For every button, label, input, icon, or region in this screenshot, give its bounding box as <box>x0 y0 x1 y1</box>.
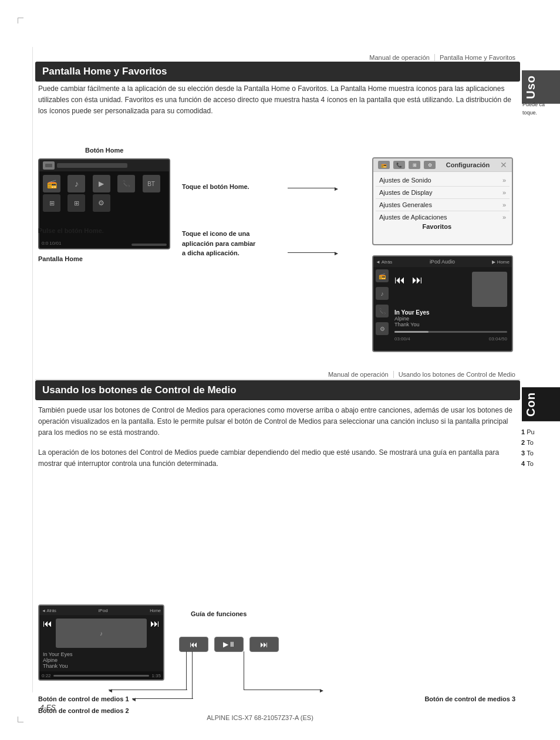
breadcrumb2-item-2: Usando los botones de Control de Medio <box>393 371 520 378</box>
arrow-right-2: ► <box>333 250 339 256</box>
ipod-small-info: In Your Eyes Alpine Thank You <box>39 651 163 669</box>
con-numbered-list: 1 Pu 2 To 3 To 4 To <box>521 428 555 471</box>
line-btn1-down <box>186 651 187 690</box>
breadcrumb-bar-2: Manual de operación Usando los botones d… <box>35 371 520 380</box>
ipod-side-phone: 📞 <box>376 305 389 317</box>
con-item-1: 1 Pu <box>521 428 555 435</box>
config-left-icons: 📻 📞 ⊞ ⚙ <box>378 161 436 169</box>
config-title-text: Configuración <box>446 161 490 168</box>
config-close-btn[interactable]: ✕ <box>500 160 507 170</box>
label-toque-home: Toque el botón Home. <box>182 182 249 191</box>
ipod-next-btn[interactable]: ⏭ <box>412 274 423 286</box>
ipod-small-controls: ⏮ ♪ ⏭ <box>39 615 163 651</box>
intro-text-1: Puede cambiar fácilmente a la aplicación… <box>38 83 515 126</box>
ipod-side-radio: 📻 <box>376 269 389 282</box>
icon-radio: 📻 <box>43 175 60 192</box>
ipod-track-info: In Your Eyes Alpine Thank You <box>392 309 510 327</box>
con-item-2: 2 To <box>521 439 555 446</box>
bottom-diagram: ◄ Atrás iPod Home ⏮ ♪ ⏭ In Your Eyes Alp… <box>38 604 515 710</box>
home-screen-topbar <box>39 160 169 171</box>
corner-mark-tl <box>18 18 23 23</box>
config-phone-icon: 📞 <box>393 161 405 169</box>
page-number: 4-ES <box>40 704 56 712</box>
config-item-4[interactable]: Ajustes de Aplicaciones» <box>376 211 510 223</box>
ipod-screen-mockup: ◄ Atrás iPod Audio ▶ Home 📻 ♪ 📞 ⚙ ⏮ ⏭ In… <box>372 255 513 352</box>
sidebar-tab-uso[interactable]: Uso <box>522 70 560 104</box>
sidebar-tab-con[interactable]: Con <box>522 387 560 421</box>
config-setup-icon: ⚙ <box>424 161 436 169</box>
ipod-small-art: ♪ <box>56 619 147 648</box>
home-bottom-text: 0:0 10/01 <box>42 241 61 246</box>
section-header-2: Usando los botones de Control de Medio <box>35 380 520 400</box>
arrow-right-1: ► <box>333 185 339 192</box>
icon-aux1: ⊞ <box>43 194 60 212</box>
breadcrumb2-item-1: Manual de operación <box>323 371 393 378</box>
label-pulse: Pulse el botón Home. <box>38 226 104 235</box>
guide-buttons: ⏮ ▶⏸ ⏭ <box>179 637 279 652</box>
con-item-4: 4 To <box>521 460 555 467</box>
guide-btn-2[interactable]: ▶⏸ <box>214 637 244 652</box>
guide-btn-1[interactable]: ⏮ <box>179 637 208 652</box>
arrow-left-2: ◄ <box>131 696 137 702</box>
label-toque-icono: Toque el icono de unaaplicación para cam… <box>182 229 255 258</box>
section2-title: Usando los botones de Control de Medio <box>42 384 237 396</box>
ipod-time: 03:00/4 03:04/50 <box>392 336 510 342</box>
label-guia-funciones: Guía de funciones <box>191 610 247 617</box>
guide-btn-3[interactable]: ⏭ <box>249 637 279 652</box>
section2-para1: También puede usar los botones de Contro… <box>38 405 515 439</box>
label-pantalla-home: Pantalla Home <box>38 255 83 262</box>
label-control-3: Botón de control de medios 3 <box>424 695 515 702</box>
config-item-2[interactable]: Ajustes de Display» <box>376 187 510 199</box>
ipod-artist: Alpine <box>394 316 510 322</box>
home-button-indicator <box>43 161 55 170</box>
icon-ipod: ▶ <box>93 175 110 192</box>
home-screen-bar <box>57 163 127 168</box>
ipod-controls: ⏮ ⏭ <box>394 274 470 286</box>
section1-title: Pantalla Home y Favoritos <box>42 66 167 77</box>
line-btn1-left <box>109 690 187 690</box>
ipod-small-bottom-bar <box>53 675 150 677</box>
ipod-small-bottom: 0:22 1:35 <box>39 671 163 680</box>
section2-para2: La operación de los botones del Control … <box>38 447 515 469</box>
config-header: 📻 📞 ⊞ ⚙ Configuración ✕ <box>373 158 512 172</box>
arrow-left-1: ◄ <box>107 687 113 694</box>
ipod-track-name: In Your Eyes <box>394 309 510 316</box>
arrow-toque-config <box>288 188 335 188</box>
breadcrumb-item-2: Pantalla Home y Favoritos <box>434 54 520 61</box>
icon-aux1b: ⊞ <box>68 194 85 212</box>
ipod-small-mockup: ◄ Atrás iPod Home ⏮ ♪ ⏭ In Your Eyes Alp… <box>38 604 164 681</box>
ipod-progress-fill <box>394 331 429 333</box>
icon-setup: ⚙ <box>93 194 110 212</box>
con-item-3: 3 To <box>521 450 555 457</box>
config-radio-icon: 📻 <box>378 161 390 169</box>
arrow-icono-ipod <box>288 252 335 253</box>
label-favoritos: Favoritos <box>422 223 451 230</box>
ipod-small-next[interactable]: ⏭ <box>150 619 160 648</box>
line-btn3-right <box>244 690 320 690</box>
ipod-side-icons: 📻 ♪ 📞 ⚙ <box>376 269 389 335</box>
config-item-1[interactable]: Ajustes de Sonido» <box>376 174 510 187</box>
section-header-1: Pantalla Home y Favoritos <box>35 62 520 82</box>
footer-text: ALPINE ICS-X7 68-21057Z37-A (ES) <box>0 714 520 721</box>
icon-phone: 📞 <box>117 175 135 192</box>
ipod-side-music: ♪ <box>376 287 389 300</box>
icon-music: ♪ <box>68 175 85 192</box>
home-progress <box>131 244 167 246</box>
label-boton-home: Botón Home <box>85 147 123 154</box>
ipod-album-art <box>472 272 507 307</box>
ipod-prev-btn[interactable]: ⏮ <box>394 274 405 286</box>
config-item-3[interactable]: Ajustes Generales» <box>376 199 510 211</box>
config-aux-icon: ⊞ <box>409 161 420 169</box>
ipod-progress-bg <box>394 331 507 333</box>
content-area-2: También puede usar los botones de Contro… <box>38 405 515 469</box>
ipod-header: ◄ Atrás iPod Audio ▶ Home <box>373 256 512 267</box>
icon-bt: BT <box>143 175 160 192</box>
ipod-small-prev[interactable]: ⏮ <box>43 619 52 648</box>
left-margin-line <box>32 47 33 692</box>
line-btn3-down <box>244 651 244 690</box>
uso-partial-text: Puede ca toque. <box>522 101 556 117</box>
home-screen-mockup: 📻 ♪ ▶ 📞 BT ⊞ ⊞ ⚙ 0:0 10/01 <box>38 158 170 249</box>
right-sidebar: Uso Con Puede ca toque. 1 Pu 2 To 3 To 4… <box>520 0 560 740</box>
ipod-small-header: ◄ Atrás iPod Home <box>39 606 163 615</box>
ipod-album: Thank You <box>394 322 510 327</box>
